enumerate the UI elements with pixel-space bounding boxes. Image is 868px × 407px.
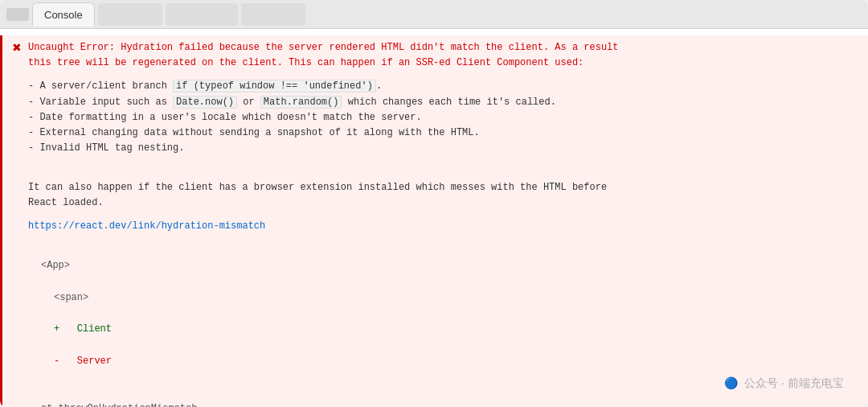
error-main-line1: Uncaught Error: Hydration failed because… [28, 42, 619, 53]
browser-window: Console ✖ Uncaught Error: Hydration fail… [0, 0, 868, 407]
footer-line1: It can also happen if the client has a b… [28, 182, 607, 193]
error-link[interactable]: https://react.dev/link/hydration-mismatc… [28, 219, 858, 234]
list-item-5: - Invalid HTML tag nesting. [28, 142, 184, 154]
code-mathrandom: Math.random() [260, 96, 342, 109]
list-item-2: - Variable input such as Date.now() or M… [28, 96, 556, 109]
error-content: Uncaught Error: Hydration failed because… [28, 40, 858, 407]
error-entry: ✖ Uncaught Error: Hydration failed becau… [0, 35, 868, 407]
stack-throw: at throwOnHydrationMismatch [41, 401, 858, 407]
list-item-3: - Date formatting in a user's locale whi… [28, 112, 422, 123]
stack-span: <span> [54, 290, 858, 306]
error-main-line2: this tree will be regenerated on the cli… [28, 57, 583, 68]
watermark-text: 公众号 · 前端充电宝 [744, 376, 844, 389]
tab-console-label: Console [44, 9, 83, 21]
error-details: - A server/client branch if (typeof wind… [28, 79, 858, 156]
error-icon: ✖ [12, 41, 22, 407]
tab-inactive-1[interactable] [98, 3, 162, 26]
stack-app: <App> [41, 257, 858, 273]
stack-server: - Server [54, 353, 858, 369]
tab-inactive-3[interactable] [241, 3, 305, 26]
tab-inactive-2[interactable] [166, 3, 238, 26]
error-footer: It can also happen if the client has a b… [28, 164, 858, 211]
tab-console[interactable]: Console [32, 2, 95, 27]
list-item-1: - A server/client branch if (typeof wind… [28, 80, 382, 92]
list-item-4: - External changing data without sending… [28, 127, 480, 138]
tab-bar: Console [0, 0, 868, 29]
stack-client: + Client [54, 321, 858, 337]
watermark: 🔵 公众号 · 前端充电宝 [724, 376, 844, 391]
console-panel: ✖ Uncaught Error: Hydration failed becau… [0, 29, 868, 407]
tab-spacer [6, 8, 29, 21]
wechat-icon: 🔵 [724, 376, 738, 389]
code-datenow: Date.now() [173, 96, 237, 109]
footer-line2: React loaded. [28, 197, 104, 208]
code-typeof: if (typeof window !== 'undefined') [173, 80, 376, 92]
